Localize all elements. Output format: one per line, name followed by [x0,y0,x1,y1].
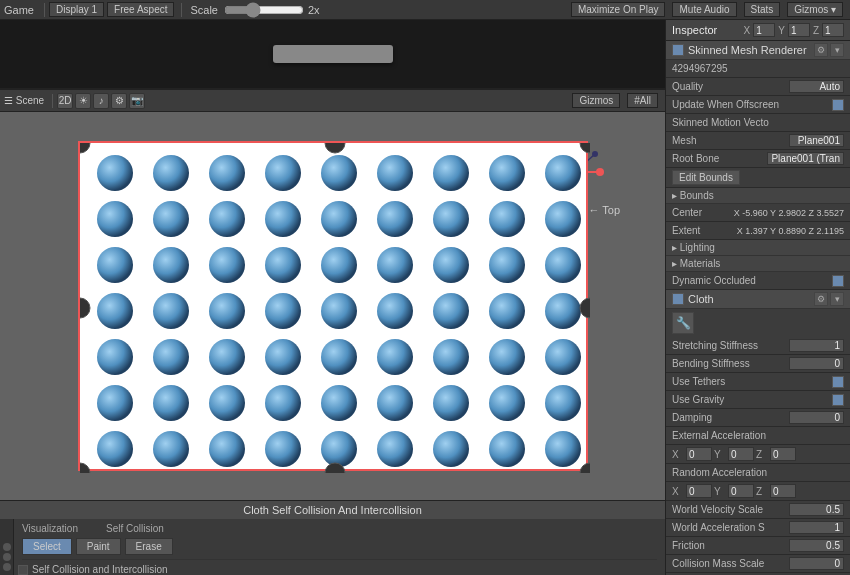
z-label: Z [813,25,819,36]
cloth-side-bar [0,519,14,575]
damping-value[interactable]: 0 [789,411,844,424]
extent-label: Extent [672,225,737,236]
cloth-dots-svg [80,143,590,473]
svg-point-74 [489,431,525,467]
dynamic-occluded-checkbox[interactable] [832,275,844,287]
z-input[interactable] [822,23,844,37]
lighting-toggle[interactable]: ☀ [75,93,91,109]
rendering-layer-row: 4294967295 [666,60,850,78]
cloth-settings-icon[interactable]: ⚙ [814,292,828,306]
top-label: ← Top [588,204,620,216]
rnd-x-input[interactable] [686,484,712,498]
collapse-icon[interactable]: ▾ [830,43,844,57]
skinned-mesh-checkbox[interactable] [672,44,684,56]
audio-toggle[interactable]: ♪ [93,93,109,109]
svg-point-66 [545,385,581,421]
visualization-value: Self Collision [106,523,164,534]
svg-point-49 [97,339,133,375]
skinned-motion-row: Skinned Motion Vecto [666,114,850,132]
erase-btn[interactable]: Erase [125,538,173,555]
scene-toolbar: ☰ Scene 2D ☀ ♪ ⚙ 📷 Gizmos #All [0,90,665,112]
self-collision-label: Self Collision and Intercollision [32,564,168,575]
center-values: X -5.960 Y 2.9802 Z 3.5527 [734,208,844,218]
inspector-xyz: X Y Z [744,23,844,37]
bounds-section[interactable]: ▸ Bounds [666,188,850,204]
extent-row: Extent X 1.397 Y 0.8890 Z 2.1195 [666,222,850,240]
damping-row: Damping 0 [666,409,850,427]
svg-point-39 [545,247,581,283]
materials-section[interactable]: ▸ Materials [666,256,850,272]
world-velocity-value[interactable]: 0.5 [789,503,844,516]
scene-layer-btn[interactable]: #All [627,93,658,108]
aspect-dropdown[interactable]: Free Aspect [107,2,174,17]
use-gravity-checkbox[interactable] [832,394,844,406]
svg-point-42 [209,293,245,329]
svg-point-64 [433,385,469,421]
mute-audio-btn[interactable]: Mute Audio [672,2,736,17]
svg-point-25 [265,201,301,237]
paint-btn[interactable]: Paint [76,538,121,555]
self-collision-checkbox[interactable] [18,565,28,575]
cloth-checkbox[interactable] [672,293,684,305]
bending-stiffness-row: Bending Stiffness 0 [666,355,850,373]
ext-y-input[interactable] [728,447,754,461]
world-accel-row: World Acceleration S 1 [666,519,850,537]
collision-mass-value[interactable]: 0 [789,557,844,570]
ext-z-input[interactable] [770,447,796,461]
rnd-y-input[interactable] [728,484,754,498]
display-dropdown[interactable]: Display 1 [49,2,104,17]
stats-btn[interactable]: Stats [744,2,781,17]
use-gravity-label: Use Gravity [672,394,832,405]
quality-row: Quality Auto [666,78,850,96]
collision-mass-label: Collision Mass Scale [672,558,789,569]
scene-gizmos-btn[interactable]: Gizmos [572,93,620,108]
svg-point-40 [97,293,133,329]
ext-x-input[interactable] [686,447,712,461]
mesh-value[interactable]: Plane001 [789,134,844,147]
y-input[interactable] [788,23,810,37]
cloth-section-header[interactable]: Cloth ⚙ ▾ [666,290,850,309]
world-accel-value[interactable]: 1 [789,521,844,534]
lighting-label: Lighting [680,242,715,253]
svg-point-12 [592,151,598,157]
update-offscreen-checkbox[interactable] [832,99,844,111]
dynamic-occluded-row: Dynamic Occluded [666,272,850,290]
dynamic-occluded-label: Dynamic Occluded [672,275,832,286]
friction-value[interactable]: 0.5 [789,539,844,552]
x-input[interactable] [753,23,775,37]
select-btn[interactable]: Select [22,538,72,555]
svg-point-19 [433,155,469,191]
svg-point-55 [433,339,469,375]
bending-stiffness-value[interactable]: 0 [789,357,844,370]
2d-toggle[interactable]: 2D [57,93,73,109]
friction-row: Friction 0.5 [666,537,850,555]
materials-label: Materials [680,258,721,269]
svg-point-53 [321,339,357,375]
game-title: Game [4,4,34,16]
quality-value[interactable]: Auto [789,80,844,93]
stretching-stiffness-value[interactable]: 1 [789,339,844,352]
visualization-row: Visualization Self Collision [14,521,665,536]
cloth-collapse-icon[interactable]: ▾ [830,292,844,306]
skinned-mesh-section-header[interactable]: Skinned Mesh Renderer ⚙ ▾ [666,41,850,60]
svg-point-16 [265,155,301,191]
maximize-on-play-btn[interactable]: Maximize On Play [571,2,666,17]
use-tethers-checkbox[interactable] [832,376,844,388]
cloth-action-btn-1[interactable]: 🔧 [672,312,694,334]
cloth-canvas [78,141,588,471]
svg-point-69 [209,431,245,467]
edit-bounds-btn[interactable]: Edit Bounds [672,170,740,185]
svg-point-15 [209,155,245,191]
camera-icon[interactable]: 📷 [129,93,145,109]
svg-point-38 [489,247,525,283]
mini-dot [3,563,11,571]
scale-slider[interactable] [224,2,304,18]
root-bone-value[interactable]: Plane001 (Tran [767,152,844,165]
lighting-section[interactable]: ▸ Lighting [666,240,850,256]
fx-toggle[interactable]: ⚙ [111,93,127,109]
settings-icon[interactable]: ⚙ [814,43,828,57]
gizmos-btn[interactable]: Gizmos ▾ [787,2,843,17]
rnd-z-input[interactable] [770,484,796,498]
svg-point-13 [97,155,133,191]
svg-point-32 [153,247,189,283]
